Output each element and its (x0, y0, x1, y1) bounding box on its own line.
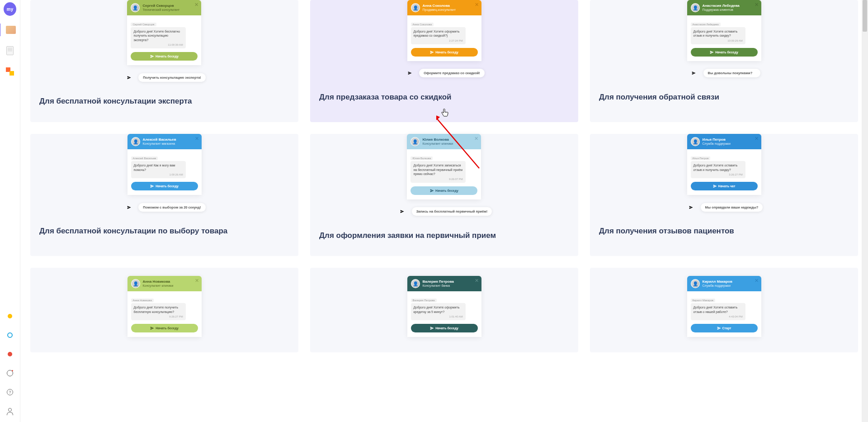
start-chat-button[interactable]: Начать беседу (131, 324, 198, 332)
agent-avatar: 👤 (131, 3, 140, 12)
close-icon[interactable]: ✕ (475, 278, 479, 284)
agent-avatar: 👤 (691, 137, 700, 146)
agent-name: Алексей Васильев (143, 138, 176, 142)
message-time: 4:43:04 PM (693, 315, 743, 318)
close-icon[interactable]: ✕ (755, 136, 759, 142)
widget-body: Илья ПетровДоброго дня! Хотите оставить … (687, 149, 761, 195)
message-sender: Анастасия Лебедева (691, 23, 721, 26)
sidebar-blocks[interactable] (4, 65, 16, 78)
message-sender: Валерия Петрова (411, 299, 437, 302)
template-card[interactable]: 👤Алексей ВасильевКонсультант магазина✕Ал… (30, 134, 298, 256)
message-time: 1:00:26 AM (134, 173, 183, 176)
close-icon[interactable]: ✕ (195, 136, 199, 142)
agent-role: Поддержка клиентов (703, 8, 740, 12)
agent-role: Консультант клиники (422, 142, 453, 146)
agent-avatar: 👤 (131, 279, 140, 288)
start-chat-button[interactable]: Начать беседу (411, 48, 478, 57)
sidebar-chat-icon[interactable] (4, 367, 16, 379)
agent-name: Анастасия Лебедева (703, 4, 740, 8)
message-sender: Илья Петров (691, 156, 711, 160)
widget-header: 👤Анна НовиковаКонсультант клиники✕ (127, 276, 202, 291)
template-card[interactable]: 👤Кирилл МакаровСлужба поддержки✕Кирилл М… (590, 268, 858, 352)
sidebar-help-icon[interactable]: ? (4, 386, 16, 398)
widget-body: Алексей ВасильевДоброго дня! Как я могу … (127, 149, 202, 195)
start-chat-button[interactable]: Начать беседу (131, 52, 198, 61)
agent-role: Служба поддержки (703, 142, 731, 146)
agent-name: Сергей Скворцов (142, 4, 179, 8)
message-sender: Анна Новикова (131, 299, 154, 302)
paper-plane-icon (688, 67, 700, 79)
message-sender: Сергей Скворцов (131, 23, 156, 26)
widget-header: 👤Анастасия ЛебедеваПоддержка клиентов✕ (687, 0, 761, 15)
agent-avatar: 👤 (411, 279, 420, 288)
message-sender: Анна Соколова (411, 23, 434, 26)
scrollbar-thumb[interactable] (863, 0, 867, 32)
widget-footer-text: Вы довольны покупками? (703, 69, 760, 77)
scrollbar[interactable] (862, 0, 868, 422)
message-bubble: Доброго дня! Хотите оставить отзыв о наш… (691, 303, 745, 320)
widget-preview: 👤Кирилл МакаровСлужба поддержки✕Кирилл М… (687, 276, 761, 337)
start-chat-button[interactable]: Старт (691, 324, 758, 332)
agent-name: Илья Петров (703, 138, 731, 142)
sidebar-templates[interactable] (5, 24, 17, 36)
close-icon[interactable]: ✕ (475, 2, 479, 8)
message-bubble: Доброго дня! Хотите бесплатно получить к… (131, 27, 185, 48)
start-chat-button[interactable]: Начать беседу (410, 186, 477, 195)
widget-preview: 👤Илья ПетровСлужба поддержки✕Илья Петров… (687, 134, 761, 195)
widget-body: Анна СоколоваДоброго дня! Хотите оформит… (407, 15, 481, 61)
template-card[interactable]: 👤Анастасия ЛебедеваПоддержка клиентов✕Ан… (590, 0, 858, 122)
sidebar: my ? (0, 0, 20, 422)
template-card[interactable]: 👤Илья ПетровСлужба поддержки✕Илья Петров… (590, 134, 858, 256)
close-icon[interactable]: ✕ (474, 136, 478, 142)
agent-role: Продавец-консультант (423, 8, 456, 12)
paper-plane-icon (404, 67, 415, 79)
widget-header: 👤Кирилл МакаровСлужба поддержки✕ (687, 276, 761, 291)
widget-header: 👤Илья ПетровСлужба поддержки✕ (687, 134, 761, 149)
agent-role: Консультант клиники (143, 284, 174, 288)
sidebar-status-yellow[interactable] (4, 310, 16, 322)
close-icon[interactable]: ✕ (755, 278, 759, 284)
card-title: Для предзаказа товара со скидкой (310, 79, 578, 103)
sidebar-user-icon[interactable] (4, 405, 16, 417)
agent-avatar: 👤 (410, 137, 420, 146)
start-chat-button[interactable]: Начать беседу (691, 48, 758, 57)
message-bubble: Доброго дня! Хотите оформить предзаказ с… (411, 27, 466, 44)
agent-role: Технический консультант (142, 8, 179, 12)
agent-role: Консультант магазина (143, 142, 176, 146)
widget-preview: 👤Анна НовиковаКонсультант клиники✕Анна Н… (127, 276, 202, 337)
close-icon[interactable]: ✕ (195, 278, 199, 284)
template-card[interactable]: 👤Сергей СкворцовТехнический консультант✕… (30, 0, 298, 122)
template-card[interactable]: 👤Анна СоколоваПродавец-консультант✕Анна … (310, 0, 578, 122)
card-title: Для бесплатной консультации по выбору то… (30, 213, 298, 237)
message-sender: Алексей Васильев (131, 156, 158, 160)
sidebar-status-red[interactable] (4, 348, 16, 360)
close-icon[interactable]: ✕ (755, 2, 759, 8)
template-card[interactable]: 👤Валерия ПетроваКонсультант банка✕Валери… (310, 268, 578, 352)
widget-body: Сергей СкворцовДоброго дня! Хотите беспл… (127, 15, 201, 65)
message-time: 9:26:07 PM (413, 177, 462, 181)
card-title: Для получения отзывов пациентов (590, 213, 858, 237)
paper-plane-icon (685, 201, 697, 213)
sidebar-status-ring[interactable] (4, 329, 16, 341)
widget-header: 👤Сергей СкворцовТехнический консультант✕ (127, 0, 201, 15)
sidebar-documents[interactable] (4, 44, 16, 57)
sidebar-logo[interactable]: my (4, 3, 16, 15)
start-chat-button[interactable]: Начать беседу (411, 324, 478, 332)
widget-body: Юлия ВолковаДоброго дня! Хотите записать… (407, 149, 481, 199)
paper-plane-icon (123, 201, 135, 213)
widget-preview: 👤Алексей ВасильевКонсультант магазина✕Ал… (127, 134, 202, 195)
template-card[interactable]: 👤Юлия ВолковаКонсультант клиники✕Юлия Во… (310, 134, 578, 256)
message-time: 10:00:29 AM (693, 39, 743, 43)
start-chat-button[interactable]: Начать беседу (131, 182, 198, 190)
widget-body: Валерия ПетроваДоброго дня! Хотите оформ… (407, 291, 481, 337)
card-title: Для оформления заявки на первичный прием (310, 218, 578, 241)
widget-footer-text: Запись на бесплатный первичный приём! (412, 207, 492, 216)
widget-header: 👤Валерия ПетроваКонсультант банка✕ (407, 276, 481, 291)
start-chat-button[interactable]: Начать чат (691, 182, 758, 190)
agent-name: Валерия Петрова (423, 280, 454, 284)
message-sender: Юлия Волкова (410, 156, 433, 160)
template-card[interactable]: 👤Анна НовиковаКонсультант клиники✕Анна Н… (30, 268, 298, 352)
close-icon[interactable]: ✕ (194, 2, 198, 8)
agent-role: Служба поддержки (703, 284, 732, 288)
agent-name: Кирилл Макаров (703, 280, 732, 284)
